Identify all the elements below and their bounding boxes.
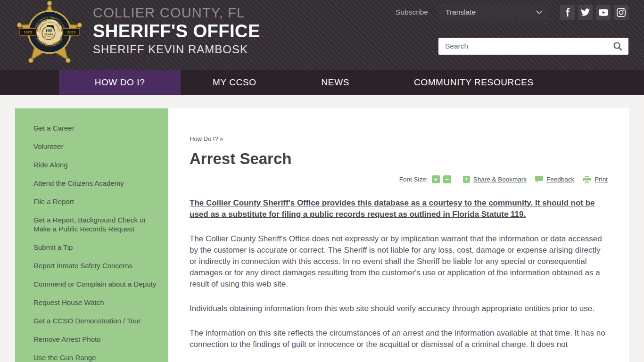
- social-links: [560, 5, 628, 20]
- sidebar-item: Volunteer: [33, 137, 163, 156]
- sheriff-name-title: SHERIFF KEVIN RAMBOSK: [93, 42, 260, 57]
- sidebar-item: Get a Report, Background Check or Make a…: [33, 211, 163, 238]
- badge-years: YEARS: [44, 33, 53, 36]
- feedback-link[interactable]: Feedback: [546, 176, 574, 183]
- sidebar-item: Get a Career: [33, 119, 163, 137]
- sidebar-item: Attend the Citizens Academy: [33, 174, 163, 192]
- sidebar-item-get-a-career[interactable]: Get a Career: [33, 124, 74, 132]
- nav-item-community-resources[interactable]: COMMUNITY RESOURCES: [414, 70, 534, 95]
- facebook-link[interactable]: [560, 5, 575, 20]
- sidebar-item-submit-a-tip[interactable]: Submit a Tip: [33, 243, 73, 251]
- verify-paragraph: Individuals obtaining information from t…: [190, 303, 608, 314]
- facebook-icon: [563, 8, 572, 16]
- site-header: COLLIER COUNTY SHERIFF'S OFFICE SHERIFF …: [0, 0, 644, 70]
- sidebar-item: Report Inmate Safety Concerns: [33, 256, 163, 275]
- sidebar-item: Commend or Complain about a Deputy: [33, 275, 163, 293]
- sidebar-item: Get a CCSO Demonstration / Tour: [33, 312, 163, 330]
- sidebar-item-volunteer[interactable]: Volunteer: [33, 142, 63, 150]
- sidebar-item-commend-complain-deputy[interactable]: Commend or Complain about a Deputy: [33, 280, 156, 288]
- sidebar-item-use-the-gun-range[interactable]: Use the Gun Range: [33, 354, 96, 362]
- share-plus-icon: [463, 176, 470, 183]
- print-group: Print: [583, 176, 608, 183]
- header-utility-row: Subscribe Translate: [396, 4, 628, 21]
- sidebar-item-file-a-report[interactable]: File a Report: [33, 197, 74, 206]
- subscribe-link[interactable]: Subscribe: [396, 8, 428, 16]
- primary-nav: HOW DO I? MY CCSO NEWS COMMUNITY RESOURC…: [0, 70, 644, 95]
- sidebar-item: Use the Gun Range: [33, 348, 163, 362]
- badge-year-right: 2023: [67, 30, 76, 34]
- site-title-block: COLLIER COUNTY, FL SHERIFF'S OFFICE SHER…: [93, 5, 260, 57]
- badge-of-service: OF SERVICE: [44, 36, 53, 38]
- page-toolbar: Font Size: + − Share & Bookmark Feedback: [190, 175, 608, 183]
- header-search: [438, 38, 628, 55]
- nav-item-how-do-i[interactable]: HOW DO I?: [59, 70, 181, 95]
- share-group: Share & Bookmark: [463, 176, 527, 183]
- disclaimer-paragraph: The Collier County Sheriff's Office prov…: [190, 197, 608, 220]
- nav-item-my-ccso[interactable]: MY CCSO: [213, 70, 256, 95]
- chevron-down-icon: [536, 10, 543, 14]
- twitter-icon: [581, 8, 590, 16]
- instagram-link[interactable]: [614, 5, 628, 20]
- sidebar-item-ccso-demonstration-tour[interactable]: Get a CCSO Demonstration / Tour: [33, 317, 140, 325]
- sheriff-badge-logo[interactable]: COLLIER COUNTY SHERIFF'S OFFICE SHERIFF …: [17, 1, 82, 68]
- main-panel: How Do I? » Arrest Search Font Size: + −…: [168, 108, 629, 362]
- sidebar-item-remove-arrest-photo[interactable]: Remove Arrest Photo: [33, 335, 101, 343]
- page-title: Arrest Search: [190, 150, 608, 168]
- youtube-icon: [599, 9, 608, 16]
- sidebar-item-get-a-report-records-request[interactable]: Get a Report, Background Check or Make a…: [33, 216, 146, 233]
- search-input[interactable]: [438, 38, 607, 55]
- content-area: Get a Career Volunteer Ride Along Attend…: [15, 108, 629, 362]
- sidebar-item: Submit a Tip: [33, 238, 163, 256]
- print-link[interactable]: Print: [594, 176, 608, 183]
- font-size-label: Font Size:: [399, 176, 428, 183]
- article-body: The Collier County Sheriff's Office prov…: [190, 197, 608, 350]
- breadcrumb-how-do-i-link[interactable]: How Do I?: [190, 135, 218, 142]
- county-title: COLLIER COUNTY, FL: [93, 5, 260, 21]
- feedback-bubble-icon: [535, 176, 543, 183]
- translate-selected-value: Translate: [446, 8, 476, 16]
- nav-item-news[interactable]: NEWS: [322, 70, 349, 95]
- search-icon: [613, 41, 622, 51]
- feedback-group: Feedback: [535, 176, 574, 183]
- twitter-link[interactable]: [578, 5, 593, 20]
- translate-select[interactable]: Translate: [438, 4, 549, 21]
- breadcrumb: How Do I? »: [190, 135, 608, 142]
- sidebar-list: Get a Career Volunteer Ride Along Attend…: [33, 119, 163, 362]
- sidebar-item: Remove Arrest Photo: [33, 330, 163, 348]
- search-button[interactable]: [607, 38, 628, 55]
- sidebar-item-request-house-watch[interactable]: Request House Watch: [33, 298, 104, 306]
- sidebar-item-ride-along[interactable]: Ride Along: [33, 161, 68, 169]
- badge-100: 100: [45, 28, 52, 33]
- sidebar-item: Request House Watch: [33, 293, 163, 312]
- breadcrumb-separator: »: [220, 135, 223, 142]
- sidebar-item: Ride Along: [33, 156, 163, 174]
- font-size-decrease-button[interactable]: −: [443, 175, 451, 183]
- badge-year-left: 1923: [24, 30, 32, 34]
- print-icon: [583, 176, 591, 183]
- sidebar-item: File a Report: [33, 192, 163, 211]
- font-size-increase-button[interactable]: +: [432, 175, 440, 183]
- instagram-icon: [617, 8, 626, 17]
- sidebar-item-citizens-academy[interactable]: Attend the Citizens Academy: [33, 179, 124, 187]
- office-title: SHERIFF'S OFFICE: [93, 21, 260, 41]
- warranty-paragraph: The Collier County Sheriff's Office does…: [190, 233, 608, 290]
- share-bookmark-link[interactable]: Share & Bookmark: [473, 176, 527, 183]
- circumstances-paragraph: The information on this site reflects th…: [190, 328, 608, 350]
- youtube-link[interactable]: [596, 5, 611, 20]
- badge-star-icon: COLLIER COUNTY SHERIFF'S OFFICE SHERIFF …: [17, 1, 82, 68]
- sidebar-item-inmate-safety-concerns[interactable]: Report Inmate Safety Concerns: [33, 262, 132, 270]
- sidebar: Get a Career Volunteer Ride Along Attend…: [15, 108, 168, 362]
